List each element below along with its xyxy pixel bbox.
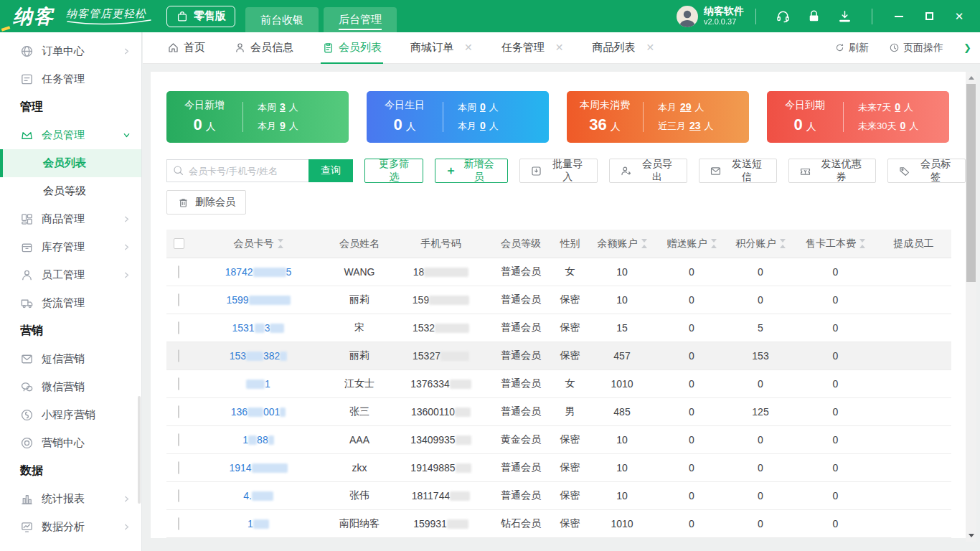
批量导入-button[interactable]: 批量导入 [519,159,598,183]
stat-value[interactable]: 0 [480,120,486,131]
minimize-button[interactable] [884,0,914,32]
stat-value[interactable]: 3 [280,101,286,113]
close-button[interactable]: ✕ [944,0,974,32]
sidebar-item-任务管理[interactable]: 任务管理 [0,65,141,93]
sort-asc-caret[interactable] [859,245,865,248]
member-card-link[interactable]: 4. [243,490,273,501]
table-row[interactable]: 1599丽莉159普通会员保密10000 [166,286,951,314]
sort-asc-caret[interactable] [641,245,647,248]
stat-value[interactable]: 0 [900,120,905,131]
删除会员-button[interactable]: 删除会员 [166,190,246,215]
member-card-link[interactable]: 1 [248,518,269,529]
stat-value[interactable]: 23 [689,120,701,131]
sidebar-subitem-会员等级[interactable]: 会员等级 [0,177,141,205]
search-input[interactable] [166,159,308,182]
更多筛选-button[interactable]: 更多筛选 [364,159,423,183]
scroll-up-arrow[interactable] [966,72,976,83]
row-checkbox[interactable] [178,433,179,446]
close-icon[interactable]: ✕ [464,42,473,53]
member-card-link[interactable]: 153382 [230,350,288,362]
tab-商品列表[interactable]: 商品列表✕ [590,32,656,64]
card-stat-row[interactable]: 本月29人 [658,101,749,114]
stat-value[interactable]: 0 [480,101,486,113]
row-checkbox[interactable] [178,461,179,474]
member-card-link[interactable]: 1914 [229,462,287,474]
sort-desc-caret[interactable] [711,239,717,242]
sidebar-item-货流管理[interactable]: 货流管理 [0,289,141,317]
refresh-button[interactable]: 刷新 [834,42,869,55]
member-card-link[interactable]: 1599 [226,294,290,306]
member-card-link[interactable]: 188 [242,434,273,446]
sidebar-item-订单中心[interactable]: 订单中心 [0,37,141,65]
table-row[interactable]: 153382丽莉15327普通会员保密45701530 [166,342,951,370]
mode-tab-前台收银[interactable]: 前台收银 [245,7,319,32]
scrollbar-thumb[interactable] [966,84,976,282]
sort-icon[interactable] [780,239,786,248]
stat-card-今日新增[interactable]: 今日新增0人本周3人本月9人 [166,91,349,143]
sort-desc-caret[interactable] [859,239,865,242]
close-icon[interactable]: ✕ [646,42,654,53]
sidebar-item-小程序营销[interactable]: 小程序营销 [0,401,141,429]
sort-icon[interactable] [278,239,283,248]
sidebar-item-微信营销[interactable]: 微信营销 [0,373,141,401]
sidebar-item-员工管理[interactable]: 员工管理 [0,261,141,289]
row-checkbox[interactable] [178,321,179,334]
sidebar-item-数据分析[interactable]: 数据分析 [0,513,141,541]
stat-value[interactable]: 0 [895,101,900,113]
page-operations-button[interactable]: 页面操作 [889,42,943,55]
sort-icon[interactable] [641,239,647,248]
column-header-select[interactable] [166,238,191,249]
sidebar-item-商品管理[interactable]: 商品管理 [0,205,141,233]
lock-icon[interactable] [806,9,821,24]
row-checkbox[interactable] [178,405,179,418]
table-row[interactable]: 187425WANG18普通会员女10000 [166,258,951,286]
row-checkbox[interactable] [178,349,179,362]
column-header-余额账户[interactable]: 余额账户 [587,237,657,250]
member-card-link[interactable]: 1 [246,378,270,390]
column-header-售卡工本费[interactable]: 售卡工本费 [795,237,876,250]
customer-service-icon[interactable] [776,9,791,24]
member-card-link[interactable]: 15313 [232,322,285,334]
sort-icon[interactable] [859,239,865,248]
sidebar-subitem-会员列表[interactable]: 会员列表 [0,149,141,177]
table-row[interactable]: 136001张三13600110普通会员男48501250 [166,398,951,426]
card-stat-row[interactable]: 本周3人 [258,101,349,114]
tab-首页[interactable]: 首页 [166,32,207,64]
row-checkbox[interactable] [178,293,179,306]
sidebar-item-会员管理[interactable]: 会员管理 [0,121,141,149]
tab-商城订单[interactable]: 商城订单✕ [409,32,474,64]
sidebar-item-短信营销[interactable]: 短信营销 [0,345,141,373]
sort-asc-caret[interactable] [780,245,786,248]
table-row[interactable]: 15313宋1532普通会员保密15050 [166,314,951,342]
table-row[interactable]: 188AAA13409935黄金会员保密10000 [166,426,951,454]
table-row[interactable]: 4.张伟1811744普通会员保密10000 [166,482,951,510]
maximize-button[interactable] [914,0,944,32]
scroll-down-arrow[interactable] [966,530,976,541]
stat-card-今日到期[interactable]: 今日到期0人未来7天0人未来30天0人 [767,91,949,143]
close-icon[interactable]: ✕ [555,42,564,53]
row-checkbox[interactable] [178,377,179,390]
table-row[interactable]: 1914zkx19149885普通会员保密10000 [166,454,951,482]
card-stat-row[interactable]: 未来7天0人 [858,101,949,114]
avatar[interactable] [677,6,698,27]
发送优惠券-button[interactable]: 发送优惠券 [788,159,876,183]
会员标签-button[interactable]: 会员标签 [887,159,966,183]
sort-asc-caret[interactable] [711,245,717,248]
card-stat-row[interactable]: 本周0人 [458,101,549,114]
column-header-赠送账户[interactable]: 赠送账户 [657,237,726,250]
sidebar-scrollbar-thumb[interactable] [138,396,141,504]
发送短信-button[interactable]: 发送短信 [699,159,777,183]
stat-value[interactable]: 9 [280,120,286,131]
member-card-link[interactable]: 187425 [225,266,292,278]
row-checkbox[interactable] [178,265,179,278]
table-row[interactable]: 1江女士1376334普通会员女1010000 [166,370,951,398]
tab-会员列表[interactable]: 会员列表 [321,32,383,64]
stat-value[interactable]: 29 [680,101,692,113]
tab-任务管理[interactable]: 任务管理✕ [500,32,565,64]
sort-icon[interactable] [711,239,717,248]
sidebar-item-营销中心[interactable]: 营销中心 [0,429,141,457]
sort-asc-caret[interactable] [278,245,283,248]
会员导出-button[interactable]: 会员导出 [609,159,687,183]
row-checkbox[interactable] [178,489,179,502]
sort-desc-caret[interactable] [641,239,647,242]
